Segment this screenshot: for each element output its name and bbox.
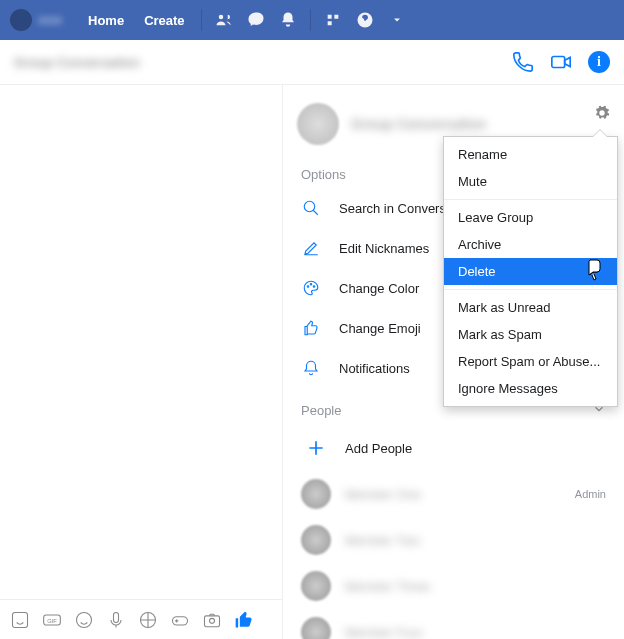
svg-point-14 xyxy=(313,286,315,288)
svg-point-10 xyxy=(210,618,215,623)
emoji-icon[interactable] xyxy=(74,610,94,630)
thumb-icon xyxy=(301,318,321,338)
admin-badge: Admin xyxy=(575,488,606,500)
person-row[interactable]: Member Four xyxy=(283,609,624,639)
nav-divider-2 xyxy=(310,9,311,31)
svg-point-12 xyxy=(307,286,309,288)
nav-divider xyxy=(201,9,202,31)
menu-leave-group[interactable]: Leave Group xyxy=(444,204,617,231)
menu-delete[interactable]: Delete xyxy=(444,258,617,285)
people-section-title: People xyxy=(301,403,341,418)
menu-ignore[interactable]: Ignore Messages xyxy=(444,375,617,402)
nav-home[interactable]: Home xyxy=(78,13,134,28)
conversation-pane: GIF xyxy=(0,85,283,639)
top-nav: xxxx Home Create xyxy=(0,0,624,40)
menu-mark-unread[interactable]: Mark as Unread xyxy=(444,294,617,321)
svg-rect-6 xyxy=(114,612,119,622)
avatar xyxy=(301,571,331,601)
search-icon xyxy=(301,198,321,218)
video-icon[interactable] xyxy=(550,51,572,73)
person-row[interactable]: Member Two xyxy=(283,517,624,563)
person-name: Member Four xyxy=(345,625,606,640)
avatar xyxy=(301,617,331,639)
dropdown-caret-icon[interactable] xyxy=(387,10,407,30)
messenger-icon[interactable] xyxy=(246,10,266,30)
add-people-label: Add People xyxy=(345,441,606,456)
menu-separator xyxy=(444,289,617,290)
gear-icon[interactable] xyxy=(594,105,610,125)
conversation-header: Group Conversation i xyxy=(0,40,624,85)
help-icon[interactable] xyxy=(355,10,375,30)
notifications-icon[interactable] xyxy=(278,10,298,30)
activity-icon[interactable] xyxy=(138,610,158,630)
group-name: Group Conversation xyxy=(351,116,486,132)
like-icon[interactable] xyxy=(234,610,254,630)
pencil-icon xyxy=(301,238,321,258)
quick-help-icon[interactable] xyxy=(323,10,343,30)
svg-rect-2 xyxy=(13,612,28,627)
person-name: Member Three xyxy=(345,579,606,594)
group-avatar xyxy=(297,103,339,145)
palette-icon xyxy=(301,278,321,298)
person-name: Member One xyxy=(345,487,575,502)
plus-icon xyxy=(301,433,331,463)
menu-separator xyxy=(444,199,617,200)
menu-rename[interactable]: Rename xyxy=(444,141,617,168)
bell-icon xyxy=(301,358,321,378)
option-label: Change Color xyxy=(339,281,419,296)
avatar xyxy=(301,525,331,555)
svg-point-5 xyxy=(77,612,92,627)
composer-toolbar: GIF xyxy=(0,599,282,639)
profile-avatar[interactable] xyxy=(10,9,32,31)
svg-text:GIF: GIF xyxy=(47,617,57,623)
nav-create[interactable]: Create xyxy=(134,13,194,28)
call-icon[interactable] xyxy=(512,51,534,73)
info-icon[interactable]: i xyxy=(588,51,610,73)
person-row[interactable]: Member One Admin xyxy=(283,471,624,517)
games-icon[interactable] xyxy=(170,610,190,630)
camera-icon[interactable] xyxy=(202,610,222,630)
svg-rect-1 xyxy=(552,57,565,68)
svg-rect-9 xyxy=(205,615,220,626)
avatar xyxy=(301,479,331,509)
add-people-row[interactable]: Add People xyxy=(283,425,624,471)
menu-mute[interactable]: Mute xyxy=(444,168,617,195)
settings-menu: Rename Mute Leave Group Archive Delete M… xyxy=(443,136,618,407)
person-name: Member Two xyxy=(345,533,606,548)
svg-point-11 xyxy=(304,201,315,212)
voice-icon[interactable] xyxy=(106,610,126,630)
menu-report[interactable]: Report Spam or Abuse... xyxy=(444,348,617,375)
option-label: Change Emoji xyxy=(339,321,421,336)
person-row[interactable]: Member Three xyxy=(283,563,624,609)
friends-icon[interactable] xyxy=(214,10,234,30)
option-label: Edit Nicknames xyxy=(339,241,429,256)
gif-icon[interactable]: GIF xyxy=(42,610,62,630)
svg-point-13 xyxy=(310,284,312,286)
conversation-title: Group Conversation xyxy=(14,55,140,70)
menu-archive[interactable]: Archive xyxy=(444,231,617,258)
svg-rect-8 xyxy=(173,616,188,624)
menu-mark-spam[interactable]: Mark as Spam xyxy=(444,321,617,348)
option-label: Notifications xyxy=(339,361,410,376)
profile-name-blur[interactable]: xxxx xyxy=(38,13,78,27)
sticker-icon[interactable] xyxy=(10,610,30,630)
